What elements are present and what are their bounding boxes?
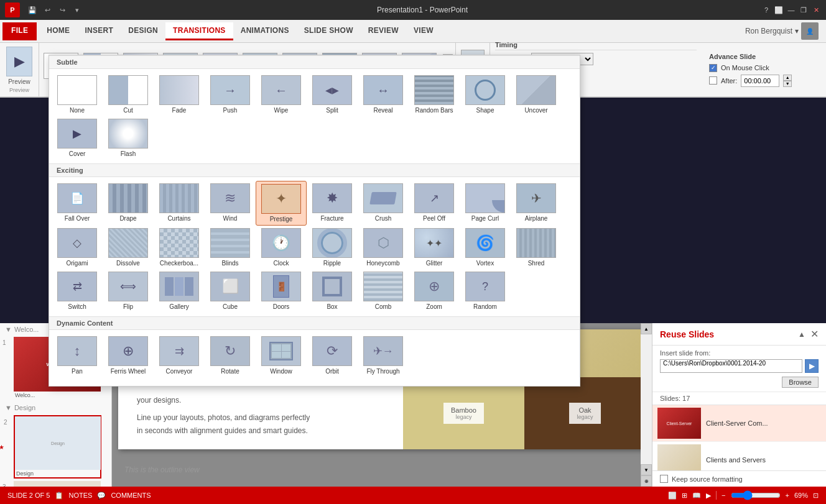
transition-peeloff[interactable]: ↗ Peel Off xyxy=(409,181,460,226)
transition-wipe[interactable]: ← Wipe xyxy=(256,73,307,116)
reuse-slide-2[interactable]: Clients and Servers xyxy=(652,442,826,470)
reuse-collapse-btn[interactable]: ▲ xyxy=(798,330,805,339)
transition-reveal-label: Reveal xyxy=(373,107,392,114)
view-slideshow-btn[interactable]: ▶ xyxy=(706,492,711,500)
transition-flash[interactable]: Flash xyxy=(103,116,154,160)
transition-cover[interactable]: ▶ Cover xyxy=(52,116,103,160)
transition-zoom[interactable]: ⊕ Zoom xyxy=(409,269,460,313)
transition-glitter-label: Glitter xyxy=(426,260,443,267)
scroll-down-btn[interactable]: ▼ xyxy=(641,464,652,475)
transition-drape[interactable]: Drape xyxy=(103,181,154,226)
help-btn[interactable]: ? xyxy=(761,5,771,15)
zoom-out-btn[interactable]: − xyxy=(722,492,725,499)
minimize-btn[interactable]: — xyxy=(786,5,796,15)
view-reading-btn[interactable]: 📖 xyxy=(692,492,701,500)
transition-crush[interactable]: Crush xyxy=(358,181,409,226)
transition-prestige[interactable]: ✦ Prestige xyxy=(256,181,307,226)
close-btn[interactable]: ✕ xyxy=(811,5,821,15)
tab-animations[interactable]: ANIMATIONS xyxy=(233,22,297,40)
transition-cube[interactable]: ⬜ Cube xyxy=(205,269,256,313)
notes-btn[interactable]: NOTES xyxy=(68,492,92,499)
transition-shape[interactable]: Shape xyxy=(460,73,511,116)
after-down-btn[interactable]: ▼ xyxy=(783,81,792,87)
transition-blinds[interactable]: Blinds xyxy=(205,226,256,269)
scroll-up-btn[interactable]: ▲ xyxy=(641,323,652,334)
transition-random[interactable]: ? Random xyxy=(460,269,511,313)
transition-orbit[interactable]: ⟳ Orbit xyxy=(307,334,358,377)
transition-push-icon: → xyxy=(210,75,250,105)
after-checkbox[interactable] xyxy=(709,76,717,85)
tab-file[interactable]: FILE xyxy=(2,22,37,40)
transition-shape-icon xyxy=(465,75,505,105)
transition-airplane[interactable]: ✈ Airplane xyxy=(511,181,562,226)
transition-gallery[interactable]: Gallery xyxy=(154,269,205,313)
transition-fallover[interactable]: 📄 Fall Over xyxy=(52,181,103,226)
undo-btn[interactable]: ↩ xyxy=(41,4,53,16)
after-input[interactable] xyxy=(741,75,779,87)
transition-cube-label: Cube xyxy=(223,303,238,310)
transition-window[interactable]: Window xyxy=(256,334,307,377)
view-slide-btn[interactable]: ⊞ xyxy=(682,492,687,500)
transition-reveal[interactable]: ↔ Reveal xyxy=(358,73,409,116)
scroll-bottom-btn[interactable]: ⊕ xyxy=(641,475,652,487)
zoom-in-btn[interactable]: + xyxy=(786,492,789,499)
reuse-go-btn[interactable]: ▶ xyxy=(805,359,819,373)
transition-uncover[interactable]: Uncover xyxy=(511,73,562,116)
tab-insert[interactable]: INSERT xyxy=(77,22,121,40)
transition-box[interactable]: Box xyxy=(307,269,358,313)
reuse-slide-1[interactable]: Client-Server Client-Server Com... xyxy=(652,405,826,442)
transition-glitter[interactable]: ✦✦ Glitter xyxy=(409,226,460,269)
transition-cut[interactable]: Cut xyxy=(103,73,154,116)
reuse-close-btn[interactable]: ✕ xyxy=(810,328,819,340)
after-up-btn[interactable]: ▲ xyxy=(783,75,792,81)
transition-pan[interactable]: ↕ Pan xyxy=(52,334,103,377)
transition-shred[interactable]: Shred xyxy=(511,226,562,269)
tab-view[interactable]: VIEW xyxy=(406,22,441,40)
keep-formatting-cb[interactable] xyxy=(660,475,668,483)
transition-comb[interactable]: Comb xyxy=(358,269,409,313)
browse-btn[interactable]: Browse xyxy=(782,377,819,388)
transition-checkerboard[interactable]: Checkerboa... xyxy=(154,226,205,269)
slide-thumb-3[interactable]: 3 Slide 3 Slide 3 xyxy=(14,481,101,487)
transition-origami[interactable]: ◇ Origami xyxy=(52,226,103,269)
transition-curtains[interactable]: Curtains xyxy=(154,181,205,226)
slide-thumb-2[interactable]: 2 ★ Design Design xyxy=(14,415,101,479)
redo-btn[interactable]: ↪ xyxy=(56,4,68,16)
tab-design[interactable]: DESIGN xyxy=(121,22,165,40)
transition-clock[interactable]: 🕐 Clock xyxy=(256,226,307,269)
view-normal-btn[interactable]: ⬜ xyxy=(668,492,677,500)
transition-none[interactable]: None xyxy=(52,73,103,116)
tab-review[interactable]: REVIEW xyxy=(361,22,406,40)
transition-push[interactable]: → Push xyxy=(205,73,256,116)
transition-doors[interactable]: 🚪 Doors xyxy=(256,269,307,313)
transition-dissolve[interactable]: Dissolve xyxy=(103,226,154,269)
zoom-slider[interactable] xyxy=(731,490,781,500)
restore-ribbon-btn[interactable]: ⬜ xyxy=(774,5,784,15)
transition-wind[interactable]: ≋ Wind xyxy=(205,181,256,226)
transition-flythrough[interactable]: ✈→ Fly Through xyxy=(358,334,409,377)
design-group-header[interactable]: ▼ Design xyxy=(0,401,111,414)
reuse-path-input[interactable]: C:\Users\Ron\Dropbox\0001.2014-20 xyxy=(660,359,802,373)
transition-ferriswheel[interactable]: ⊕ Ferris Wheel xyxy=(103,334,154,377)
transition-rotate[interactable]: ↻ Rotate xyxy=(205,334,256,377)
transition-randombars[interactable]: Random Bars xyxy=(409,73,460,116)
tab-home[interactable]: HOME xyxy=(39,22,77,40)
transition-flip[interactable]: ⟺ Flip xyxy=(103,269,154,313)
on-mouse-click-checkbox[interactable]: ✓ xyxy=(709,64,717,72)
transition-vortex[interactable]: 🌀 Vortex xyxy=(460,226,511,269)
restore-btn[interactable]: ❒ xyxy=(799,5,809,15)
fit-btn[interactable]: ⊡ xyxy=(813,492,819,500)
transition-switch[interactable]: ⇄ Switch xyxy=(52,269,103,313)
transition-pagecurl[interactable]: Page Curl xyxy=(460,181,511,226)
transition-honeycomb[interactable]: ⬡ Honeycomb xyxy=(358,226,409,269)
transition-split[interactable]: ◀▶ Split xyxy=(307,73,358,116)
transition-fade[interactable]: Fade xyxy=(154,73,205,116)
save-quick-btn[interactable]: 💾 xyxy=(26,4,39,16)
transition-ripple[interactable]: Ripple xyxy=(307,226,358,269)
tab-transitions[interactable]: TRANSITIONS xyxy=(165,22,233,40)
customize-btn[interactable]: ▾ xyxy=(71,4,83,16)
comments-btn[interactable]: COMMENTS xyxy=(111,492,151,499)
tab-slideshow[interactable]: SLIDE SHOW xyxy=(297,22,361,40)
transition-conveyor[interactable]: ⇉ Conveyor xyxy=(154,334,205,377)
transition-fracture[interactable]: ✸ Fracture xyxy=(307,181,358,226)
